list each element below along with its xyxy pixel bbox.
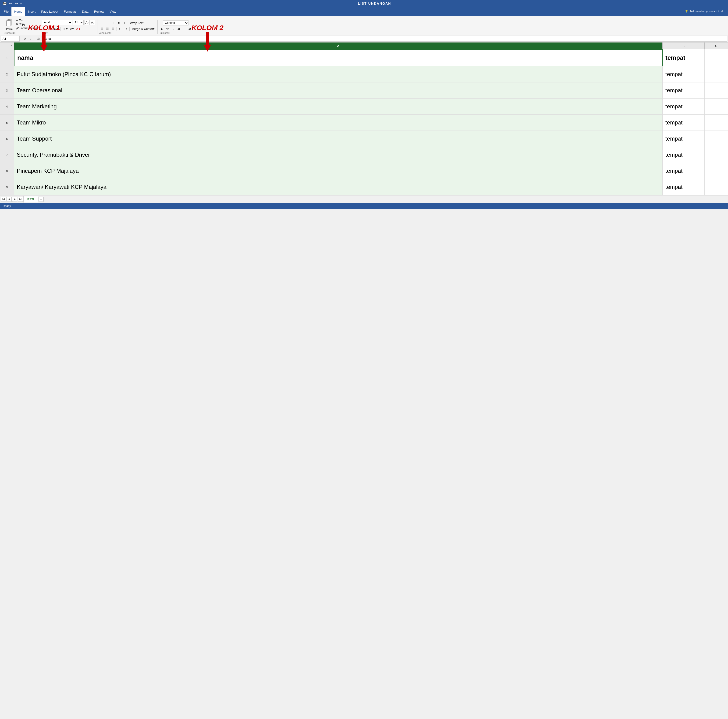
spreadsheet: A B C 1 nama tempat 2 Putut Sudjatmoko (… [0, 43, 728, 195]
row-header-6[interactable]: 6 [0, 131, 14, 147]
cell-C6[interactable] [705, 131, 728, 147]
indent-increase-button[interactable]: ⇥ [123, 26, 128, 31]
cell-B2[interactable]: tempat [662, 66, 705, 82]
cell-B7[interactable]: tempat [662, 147, 705, 163]
row-header-5[interactable]: 5 [0, 115, 14, 130]
sheet-nav-first[interactable]: |◀ [1, 197, 6, 202]
number-format-select[interactable]: General [163, 20, 188, 26]
copy-icon: ⧉ [16, 23, 18, 26]
align-middle-button[interactable]: ≡ [116, 20, 121, 26]
paste-button[interactable]: Paste [4, 17, 15, 31]
row-header-2[interactable]: 2 [0, 66, 14, 82]
font-color-button[interactable]: A ▾ [75, 26, 81, 31]
alignment-expand-icon[interactable]: ⎘ [110, 32, 112, 34]
bold-button[interactable]: B [42, 26, 47, 31]
cell-A2[interactable]: Putut Sudjatmoko (Pinca KC Citarum) [14, 66, 662, 82]
cell-C2[interactable] [705, 66, 728, 82]
comma-button[interactable]: , [171, 26, 176, 31]
currency-button[interactable]: $ [159, 26, 165, 31]
cell-C8[interactable] [705, 163, 728, 179]
cut-button[interactable]: ✂ Cut [16, 19, 38, 22]
cell-B3[interactable]: tempat [662, 83, 705, 98]
cell-B1[interactable]: tempat [662, 49, 705, 66]
sheet-nav-last[interactable]: ▶| [18, 197, 23, 202]
font-size-select[interactable]: 11 [73, 20, 84, 25]
cell-A6[interactable]: Team Support [14, 131, 662, 147]
cell-A1[interactable]: nama [14, 49, 662, 66]
row-header-1[interactable]: 1 [0, 49, 14, 66]
cell-A4[interactable]: Team Marketing [14, 99, 662, 115]
formula-cancel-button[interactable]: ✕ [23, 36, 28, 41]
decimal-decrease-button[interactable]: ←.0 [184, 26, 192, 31]
cell-C9[interactable] [705, 179, 728, 195]
cell-C4[interactable] [705, 99, 728, 115]
redo-button[interactable]: ↪ [14, 1, 19, 6]
cell-C1[interactable] [705, 49, 728, 66]
font-name-select[interactable]: Arial [42, 20, 72, 25]
cell-B8[interactable]: tempat [662, 163, 705, 179]
row-header-7[interactable]: 7 [0, 147, 14, 163]
save-button[interactable]: 💾 [2, 1, 7, 6]
sheet-nav-prev[interactable]: ◀ [6, 197, 12, 202]
align-top-button[interactable]: ⊤ [110, 20, 116, 26]
col-header-C[interactable]: C [705, 43, 728, 49]
row-header-4[interactable]: 4 [0, 99, 14, 115]
cell-reference-input[interactable] [1, 36, 20, 41]
undo-button[interactable]: ↩ [8, 1, 13, 6]
wrap-text-button[interactable]: Wrap Text [129, 20, 144, 26]
menu-review[interactable]: Review [91, 7, 107, 16]
align-bottom-row: ☰ ☰ ☰ ⇤ ⇥ Merge & Center ▾ [99, 26, 156, 31]
search-bar[interactable]: 💡 Tell me what you want to do [685, 10, 727, 13]
cell-C3[interactable] [705, 83, 728, 98]
cell-A7[interactable]: Security, Pramubakti & Driver [14, 147, 662, 163]
number-expand-icon[interactable]: ⎘ [168, 32, 170, 34]
font-decrease-button[interactable]: A↓ [90, 20, 95, 25]
cell-B4[interactable]: tempat [662, 99, 705, 115]
cell-B5[interactable]: tempat [662, 115, 705, 130]
italic-button[interactable]: I [47, 26, 52, 31]
cell-C5[interactable] [705, 115, 728, 130]
indent-decrease-button[interactable]: ⇤ [118, 26, 123, 31]
cell-A5[interactable]: Team Mikro [14, 115, 662, 130]
merge-center-button[interactable]: Merge & Center ▾ [130, 26, 156, 31]
sheet-tab-esti[interactable]: ESTI [23, 196, 38, 202]
cell-B9[interactable]: tempat [662, 179, 705, 195]
menu-data[interactable]: Data [79, 7, 91, 16]
clipboard-expand-icon[interactable]: ⎘ [14, 32, 15, 34]
align-left-button[interactable]: ☰ [99, 26, 104, 31]
cell-A3[interactable]: Team Operasional [14, 83, 662, 98]
decimal-increase-button[interactable]: .0→ [176, 26, 184, 31]
copy-button[interactable]: ⧉ Copy [16, 23, 38, 26]
paste-label: Paste [6, 28, 12, 31]
align-right-button[interactable]: ☰ [110, 26, 116, 31]
corner-cell[interactable] [0, 43, 14, 49]
underline-button[interactable]: U ▾ [53, 26, 60, 31]
menu-formulas[interactable]: Formulas [61, 7, 79, 16]
formula-input[interactable] [41, 36, 727, 41]
row-header-3[interactable]: 3 [0, 83, 14, 98]
formula-confirm-button[interactable]: ✓ [28, 36, 34, 41]
cell-A9[interactable]: Karyawan/ Karyawati KCP Majalaya [14, 179, 662, 195]
fill-color-button[interactable]: A▾ [69, 26, 75, 31]
menu-page-layout[interactable]: Page Layout [38, 7, 61, 16]
cell-A8[interactable]: Pincapem KCP Majalaya [14, 163, 662, 179]
add-sheet-button[interactable]: + [38, 197, 44, 202]
menu-file[interactable]: File [1, 7, 11, 16]
border-button[interactable]: ⊞ ▾ [62, 26, 69, 31]
col-header-A[interactable]: A [14, 43, 662, 49]
row-header-8[interactable]: 8 [0, 163, 14, 179]
align-bottom-button[interactable]: ⊥ [122, 20, 127, 26]
col-header-B[interactable]: B [662, 43, 705, 49]
align-center-button[interactable]: ☰ [105, 26, 110, 31]
sheet-nav-next[interactable]: ▶ [12, 197, 17, 202]
row-header-9[interactable]: 9 [0, 179, 14, 195]
menu-home[interactable]: Home [11, 7, 25, 16]
cell-B6[interactable]: tempat [662, 131, 705, 147]
menu-insert[interactable]: Insert [25, 7, 38, 16]
cell-C7[interactable] [705, 147, 728, 163]
menu-view[interactable]: View [107, 7, 119, 16]
font-increase-button[interactable]: A↑ [84, 20, 90, 25]
font-expand-icon[interactable]: ⎘ [47, 32, 48, 34]
percent-button[interactable]: % [165, 26, 170, 31]
format-painter-button[interactable]: 🖌 Format Painter [16, 27, 38, 30]
